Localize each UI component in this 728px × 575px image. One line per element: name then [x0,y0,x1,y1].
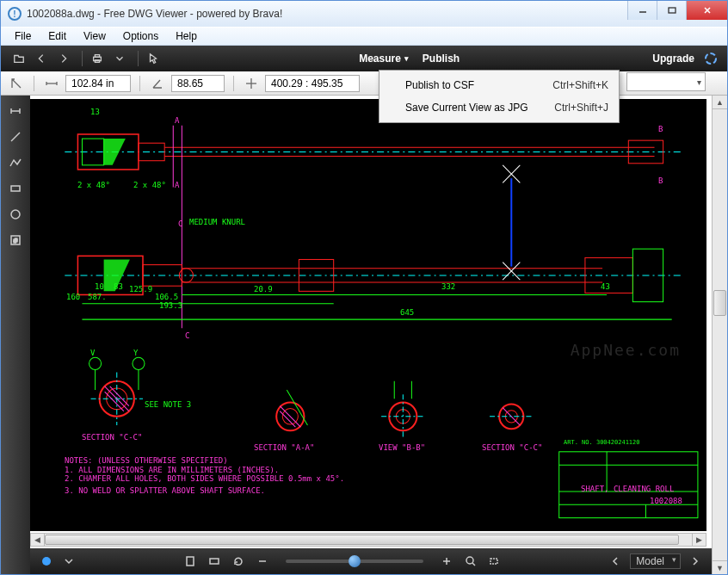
close-button[interactable] [686,1,727,20]
svg-point-77 [466,557,473,564]
measure-label: Measure [359,53,401,65]
svg-line-78 [472,563,475,566]
publish-csf-item[interactable]: Publish to CSF Ctrl+Shift+K [381,74,617,96]
see-note-3: SEE NOTE 3 [145,400,191,409]
svg-point-61 [89,357,102,369]
dimension-tool-icon[interactable] [5,101,26,121]
horizontal-scrollbar[interactable]: ◀ ▶ [30,533,706,547]
marker-c-top: C [178,219,182,228]
layout-select[interactable]: Model [630,553,681,569]
dim-2x48-2: 2 x 48° [133,181,166,189]
dim-209: 20.9 [254,285,273,294]
svg-rect-1 [669,8,676,13]
dim-13: 13 [90,108,100,116]
page-next-icon[interactable] [688,553,703,569]
pointer-icon[interactable] [144,49,163,68]
hscroll-thumb[interactable] [45,535,679,545]
minimize-button[interactable] [627,1,657,20]
line-tool-icon[interactable] [5,127,26,147]
drawing-canvas[interactable]: A A B B C C V Y 13 2 x 48° 2 x 48° MEDIU… [30,99,706,531]
rotate-icon[interactable] [231,553,246,569]
section-aa: SECTION "A-A" [254,443,314,452]
svg-point-16 [11,210,20,219]
dim-645: 645 [400,308,414,317]
coords-input[interactable] [265,75,360,92]
fit-width-icon[interactable] [207,553,222,569]
svg-point-71 [42,557,51,566]
section-cc-2: SECTION "C-C" [482,443,542,452]
ruler-icon [43,75,60,92]
app-icon: ! [8,7,22,21]
svg-line-14 [11,133,20,141]
chevron-down-icon[interactable] [61,553,77,569]
page-prev-icon[interactable] [608,553,623,569]
dim-43: 43 [601,282,610,291]
menu-view[interactable]: View [75,28,114,44]
vscroll-thumb[interactable] [713,290,726,316]
measure-menu[interactable]: Measure▾ [359,53,409,65]
title-block-id: 1002088 [650,497,682,505]
fit-page-icon[interactable] [182,553,198,569]
art-no: ART. NO. 300420241120 [564,439,640,446]
nav-fwd-icon[interactable] [54,49,73,68]
save-jpg-label: Save Current View as JPG [405,102,554,114]
save-jpg-item[interactable]: Save Current View as JPG Ctrl+Shift+J [381,96,617,119]
publish-dropdown: Publish to CSF Ctrl+Shift+K Save Current… [379,70,620,123]
note1: 1. ALL DIMENSIONS ARE IN MILLIMETERS (IN… [65,466,279,474]
vertical-scrollbar[interactable]: ▲ ▼ [712,96,727,574]
svg-text:#: # [14,237,18,244]
marker-b-top: B [658,125,663,133]
svg-point-63 [133,357,145,369]
polyline-tool-icon[interactable] [5,152,26,173]
zoom-thumb[interactable] [349,555,361,567]
count-tool-icon[interactable]: # [5,230,26,250]
menu-edit[interactable]: Edit [40,28,75,44]
left-toolbar: # [1,96,30,574]
marker-a-bot: A [175,181,179,189]
maximize-button[interactable] [657,1,686,20]
menubar: File Edit View Options Help [1,27,727,46]
publish-menu[interactable]: Publish [423,53,460,65]
loading-icon [703,51,719,66]
dim-1933: 193.3 [159,301,182,310]
view-bb: VIEW "B-B" [379,443,425,452]
angle-input[interactable] [171,75,225,92]
vscroll-up-icon[interactable]: ▲ [713,96,727,109]
vscroll-down-icon[interactable]: ▼ [713,560,727,574]
upgrade-link[interactable]: Upgrade [652,53,694,65]
menu-help[interactable]: Help [167,28,206,44]
window-title: 1002088a.dwg - Free DWG Viewer - powered… [27,8,627,20]
dim-587: 587. [88,293,107,301]
menu-file[interactable]: File [6,28,40,44]
bottom-navbar: Model [30,548,712,574]
print-icon[interactable] [88,49,107,68]
svg-rect-79 [490,559,497,564]
hscroll-left-icon[interactable]: ◀ [31,534,45,546]
title-block-name: SHAFT, CLEANING ROLL [581,485,674,493]
zoom-in-icon[interactable] [439,553,454,569]
medium-knurl: MEDIUM KNURL [189,218,245,226]
zoom-out-icon[interactable] [255,553,270,569]
note2: 2. CHAMFER ALL HOLES, BOTH SIDES WHERE P… [65,474,344,483]
magnify-icon[interactable] [463,553,478,569]
zoom-slider[interactable] [286,560,423,563]
circle-tool-icon[interactable] [5,204,26,225]
layer-combo[interactable] [626,72,706,91]
menu-options[interactable]: Options [114,28,167,44]
circle-nav-icon[interactable] [39,553,54,569]
chevron-down-icon[interactable] [110,49,129,68]
nav-back-icon[interactable] [32,49,51,68]
svg-rect-73 [210,559,219,564]
svg-rect-72 [187,557,194,566]
dim-332: 332 [441,282,455,291]
hscroll-right-icon[interactable]: ▶ [692,534,706,546]
watermark: AppNee.com [571,341,681,359]
crosshair-icon [243,75,260,92]
open-icon[interactable] [9,49,28,68]
length-input[interactable] [65,75,131,92]
zoom-region-icon[interactable] [487,553,503,569]
note3: 3. NO WELD OR SPLATTER ABOVE SHAFT SURFA… [65,486,265,495]
rect-tool-icon[interactable] [5,178,26,199]
marker-y: Y [133,349,138,357]
caliper-icon[interactable] [8,75,25,92]
